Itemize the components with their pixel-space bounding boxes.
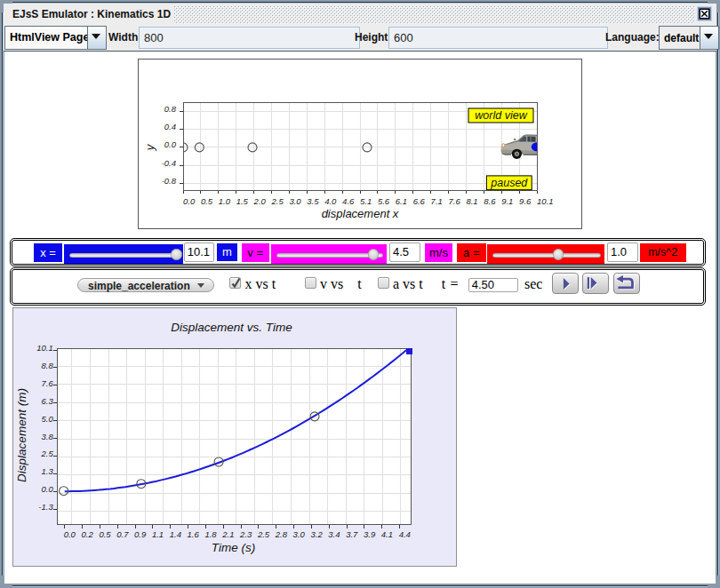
svg-text:7.6: 7.6	[449, 196, 461, 206]
svg-text:0.0: 0.0	[164, 139, 177, 149]
svg-text:5.0: 5.0	[41, 413, 53, 423]
svg-text:-1.3: -1.3	[38, 502, 53, 512]
svg-text:0.4: 0.4	[164, 122, 176, 131]
svg-text:2.0: 2.0	[253, 196, 267, 206]
svg-text:5.6: 5.6	[378, 196, 390, 206]
svg-text:7.1: 7.1	[431, 196, 443, 206]
svg-text:Time (s): Time (s)	[211, 541, 254, 554]
svg-text:0.0: 0.0	[63, 529, 76, 539]
svg-text:8.1: 8.1	[466, 196, 477, 206]
svg-text:3.5: 3.5	[307, 196, 319, 206]
svg-text:3.2: 3.2	[310, 529, 323, 539]
svg-text:3.8: 3.8	[41, 431, 53, 441]
svg-text:2.5: 2.5	[271, 196, 284, 206]
svg-text:8.6: 8.6	[484, 196, 496, 206]
svg-text:2.5: 2.5	[40, 449, 53, 458]
svg-text:1.3: 1.3	[41, 466, 53, 476]
svg-text:3.4: 3.4	[328, 529, 340, 539]
svg-text:10.1: 10.1	[537, 196, 554, 206]
svg-text:0.5: 0.5	[99, 529, 111, 539]
svg-text:10.1: 10.1	[36, 343, 53, 353]
svg-text:1.5: 1.5	[236, 196, 249, 206]
svg-text:3.9: 3.9	[363, 529, 375, 539]
svg-text:9.1: 9.1	[501, 196, 513, 206]
svg-text:0.0: 0.0	[183, 196, 196, 206]
svg-text:world view: world view	[475, 109, 527, 122]
svg-text:7.6: 7.6	[41, 377, 53, 387]
svg-text:displacement x: displacement x	[322, 207, 399, 220]
svg-text:6.6: 6.6	[413, 196, 426, 206]
svg-text:4.6: 4.6	[342, 196, 355, 206]
svg-text:Displacement vs. Time: Displacement vs. Time	[171, 321, 292, 334]
svg-text:2.3: 2.3	[239, 529, 252, 539]
svg-text:0.2: 0.2	[81, 529, 93, 539]
svg-text:2.8: 2.8	[274, 529, 287, 539]
svg-text:1.1: 1.1	[151, 529, 163, 539]
svg-text:-0.4: -0.4	[162, 158, 176, 168]
svg-text:1.6: 1.6	[187, 529, 199, 539]
svg-text:Displacement (m): Displacement (m)	[15, 388, 28, 482]
svg-text:4.0: 4.0	[324, 196, 337, 206]
svg-text:1.0: 1.0	[219, 196, 231, 206]
svg-text:6.3: 6.3	[41, 395, 53, 405]
svg-text:0.0: 0.0	[41, 484, 53, 494]
svg-text:1.8: 1.8	[204, 529, 217, 539]
svg-text:0.5: 0.5	[201, 196, 213, 206]
svg-text:paused: paused	[490, 177, 528, 189]
svg-text:8.8: 8.8	[41, 360, 53, 369]
svg-text:0.7: 0.7	[116, 529, 129, 539]
svg-text:2.1: 2.1	[221, 529, 234, 539]
svg-text:-0.8: -0.8	[162, 176, 177, 186]
svg-text:3.0: 3.0	[292, 529, 305, 539]
svg-text:3.7: 3.7	[346, 529, 358, 539]
svg-text:4.1: 4.1	[380, 529, 392, 539]
svg-text:9.6: 9.6	[519, 196, 532, 206]
svg-text:5.1: 5.1	[360, 196, 372, 206]
svg-text:0.8: 0.8	[164, 104, 177, 114]
svg-text:0.9: 0.9	[134, 529, 147, 539]
svg-text:2.5: 2.5	[256, 529, 269, 539]
svg-text:4.4: 4.4	[398, 529, 410, 539]
svg-text:1.4: 1.4	[169, 529, 180, 539]
svg-text:6.1: 6.1	[396, 196, 407, 206]
svg-text:3.0: 3.0	[289, 196, 301, 206]
